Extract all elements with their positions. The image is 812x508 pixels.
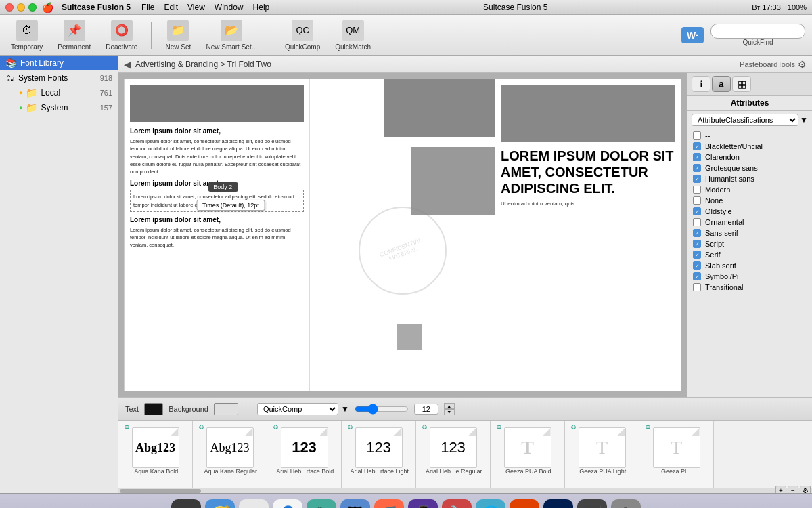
- doc-fold-3: [394, 428, 402, 436]
- size-input[interactable]: [414, 404, 438, 415]
- dock-app2-icon[interactable]: 🔧: [442, 499, 472, 509]
- attr-checkbox-sans-serif[interactable]: [693, 229, 701, 237]
- dock-lr-icon[interactable]: Lr: [543, 499, 573, 509]
- menu-edit[interactable]: Edit: [164, 3, 178, 12]
- temporary-button[interactable]: ⏱ Temporary: [7, 17, 47, 54]
- size-increment-button[interactable]: ▲: [444, 403, 455, 409]
- attr-item-modern[interactable]: Modern: [690, 184, 809, 195]
- attr-classification-select[interactable]: AttributeClassifications: [692, 114, 798, 126]
- dock-finder-icon[interactable]: 🖥: [171, 499, 201, 509]
- attr-checkbox-blackletter[interactable]: [693, 142, 701, 150]
- watermark-text: CONFIDENTIALMATERIAL: [379, 236, 426, 264]
- size-stepper[interactable]: ▲ ▼: [444, 403, 455, 415]
- attr-checkbox-ornamental[interactable]: [693, 218, 701, 226]
- attr-item-oldstyle[interactable]: Oldstyle: [690, 206, 809, 217]
- permanent-button[interactable]: 📌 Permanent: [53, 17, 95, 54]
- attr-item-ornamental[interactable]: Ornamental: [690, 217, 809, 228]
- sidebar-item-font-library[interactable]: 📚 Font Library: [0, 56, 118, 70]
- font-card-0[interactable]: ♻Abg123.Aqua Kana Bold: [118, 421, 193, 488]
- nav-bar: ◀ Advertising & Branding > Tri Fold Two …: [118, 56, 812, 73]
- strip-remove-button[interactable]: −: [788, 486, 798, 494]
- attr-checkbox-clarendon[interactable]: [693, 153, 701, 161]
- dock-app4-icon[interactable]: 🔲: [577, 499, 607, 509]
- dock-app1-icon[interactable]: 📱: [408, 499, 438, 509]
- menu-file[interactable]: File: [141, 3, 154, 12]
- font-card-5[interactable]: ♻T.Geeza PUA Bold: [491, 421, 565, 488]
- font-card-1[interactable]: ♻Abg123.Aqua Kana Regular: [193, 421, 267, 488]
- size-slider[interactable]: [355, 404, 409, 414]
- bg-color-swatch[interactable]: [214, 403, 238, 415]
- quickcomp-button[interactable]: QC QuickComp: [281, 17, 324, 54]
- font-card-4[interactable]: ♻123.Arial Heb...e Regular: [416, 421, 491, 488]
- menu-window[interactable]: Window: [215, 3, 244, 12]
- attr-checkbox-oldstyle[interactable]: [693, 207, 701, 215]
- strip-scrollbar[interactable]: [120, 489, 201, 493]
- dock-photos-icon[interactable]: 🖼: [340, 499, 370, 509]
- strip-settings-button[interactable]: ⚙: [800, 486, 811, 494]
- attr-checkbox-blank[interactable]: [693, 131, 701, 140]
- attr-checkbox-grotesque[interactable]: [693, 164, 701, 172]
- attr-item-grotesque[interactable]: Grotesque sans: [690, 163, 809, 173]
- dock-mail-icon[interactable]: ✉: [239, 499, 269, 509]
- font-card-6[interactable]: ♻T.Geeza PUA Light: [565, 421, 639, 488]
- settings-icon[interactable]: ⚙: [798, 59, 807, 70]
- dock-trash-icon[interactable]: 🗑: [611, 499, 641, 509]
- attr-checkbox-slab-serif[interactable]: [693, 261, 701, 270]
- attr-grid-button[interactable]: ▦: [732, 76, 751, 92]
- attr-item-blackletter[interactable]: Blackletter/Uncial: [690, 141, 809, 152]
- size-decrement-button[interactable]: ▼: [444, 409, 455, 415]
- attr-item-symbol-pi[interactable]: Symbol/Pi: [690, 271, 809, 282]
- back-button[interactable]: ◀: [124, 59, 131, 70]
- apple-menu[interactable]: 🍎: [42, 2, 53, 13]
- attr-item-sans-serif[interactable]: Sans serif: [690, 228, 809, 238]
- font-card-3[interactable]: ♻123.Arial Heb...rface Light: [342, 421, 416, 488]
- attr-item-none[interactable]: None: [690, 195, 809, 206]
- sidebar-item-system[interactable]: ● 📁 System 157: [0, 100, 118, 115]
- attr-checkbox-script[interactable]: [693, 240, 701, 248]
- app-name[interactable]: Suitcase Fusion 5: [62, 3, 131, 12]
- attr-checkbox-none[interactable]: [693, 196, 701, 205]
- dock-music-icon[interactable]: 🎵: [374, 499, 404, 509]
- dock-maps-icon[interactable]: 🗺: [307, 499, 336, 509]
- dock-contacts-icon[interactable]: 👤: [273, 499, 302, 509]
- attr-checkbox-symbol-pi[interactable]: [693, 272, 701, 280]
- attr-checkbox-transitional[interactable]: [693, 283, 701, 291]
- attr-item-clarendon[interactable]: Clarendon: [690, 152, 809, 163]
- font-library-icon: 📚: [5, 58, 17, 68]
- attr-item-transitional[interactable]: Transitional: [690, 282, 809, 293]
- attr-label-grotesque: Grotesque sans: [705, 164, 758, 172]
- attr-item-blank[interactable]: --: [690, 130, 809, 141]
- attr-item-humanist[interactable]: Humanist sans: [690, 173, 809, 184]
- sidebar-item-local[interactable]: ● 📁 Local 761: [0, 85, 118, 100]
- attr-item-serif[interactable]: Serif: [690, 249, 809, 260]
- sidebar-item-system-fonts[interactable]: 🗂 System Fonts 918: [0, 70, 118, 85]
- menu-help[interactable]: Help: [253, 3, 270, 12]
- new-set-button[interactable]: 📁 New Set: [161, 17, 195, 54]
- quickfind-input[interactable]: [710, 24, 805, 39]
- strip-add-button[interactable]: +: [775, 486, 786, 494]
- minimize-button[interactable]: [17, 3, 25, 12]
- deactivate-button[interactable]: ⭕ Deactivate: [102, 17, 141, 54]
- attr-checkbox-humanist[interactable]: [693, 175, 701, 183]
- quickmatch-button[interactable]: QM QuickMatch: [331, 17, 375, 54]
- menu-view[interactable]: View: [187, 3, 205, 12]
- col1-body3: Lorem ipsum dolor sit amet, consectetur …: [130, 226, 304, 249]
- webink-logo[interactable]: W·: [681, 27, 704, 43]
- attr-item-script[interactable]: Script: [690, 238, 809, 249]
- attr-info-button[interactable]: ℹ: [692, 76, 710, 92]
- font-card-7[interactable]: ♻T.Geeza PL...: [639, 421, 714, 488]
- maximize-button[interactable]: [28, 3, 37, 12]
- attr-checkbox-serif[interactable]: [693, 251, 701, 259]
- dock-app3-icon[interactable]: 🌐: [476, 499, 505, 509]
- font-card-2[interactable]: ♻123.Arial Heb...rface Bold: [267, 421, 342, 488]
- attr-checkbox-modern[interactable]: [693, 186, 701, 194]
- text-color-swatch[interactable]: [144, 403, 163, 415]
- quickcomp-select[interactable]: QuickComp: [257, 403, 338, 415]
- attr-item-slab-serif[interactable]: Slab serif: [690, 260, 809, 271]
- close-button[interactable]: [5, 3, 14, 12]
- window-title: Suitcase Fusion 5: [279, 3, 752, 12]
- dock-safari-icon[interactable]: 🧭: [205, 499, 235, 509]
- new-smart-set-button[interactable]: 📂 New Smart Set...: [202, 17, 261, 54]
- dock-ps-icon[interactable]: Ps: [510, 499, 539, 509]
- attr-font-button[interactable]: a: [712, 76, 731, 92]
